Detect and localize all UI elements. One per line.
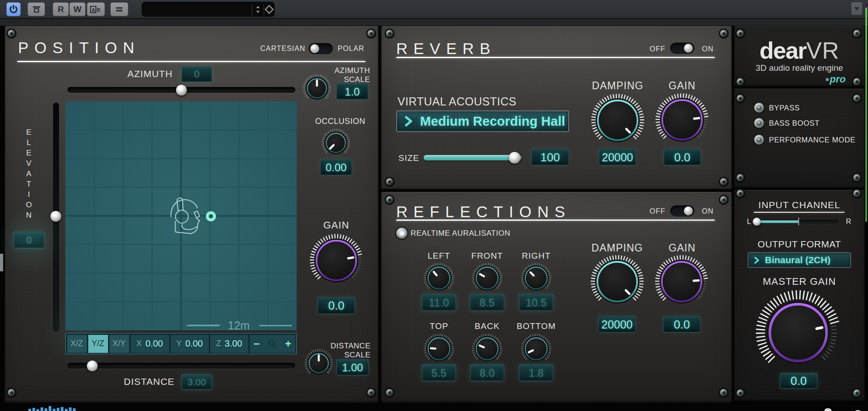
svg-text:B: B <box>97 7 100 12</box>
svg-text:A: A <box>92 7 95 12</box>
